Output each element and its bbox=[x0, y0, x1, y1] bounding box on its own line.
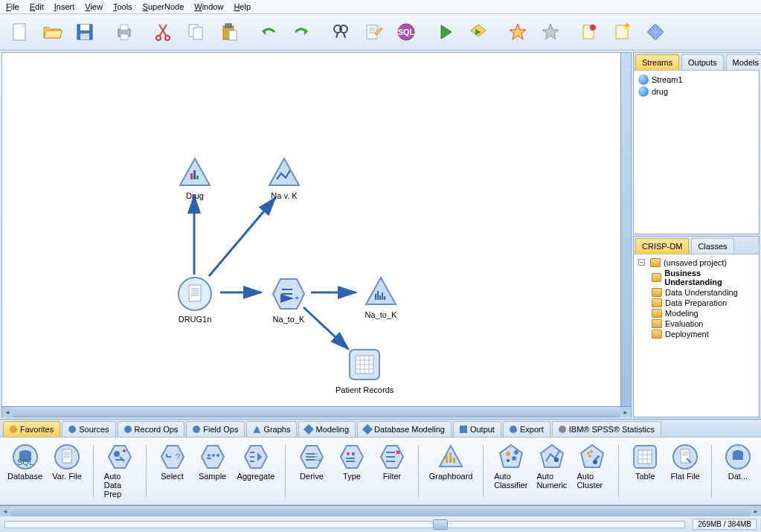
cut-button[interactable] bbox=[149, 17, 179, 47]
crispdm-item[interactable]: Data Preparation bbox=[637, 298, 756, 308]
menu-supernode[interactable]: SuperNode bbox=[143, 2, 184, 11]
palette-item-label: Auto Data Prep bbox=[104, 472, 135, 499]
favorite-button[interactable] bbox=[503, 17, 533, 47]
paste-button[interactable] bbox=[214, 17, 244, 47]
node-drug[interactable]: Drug bbox=[177, 157, 213, 200]
crispdm-item[interactable]: Modeling bbox=[637, 308, 756, 318]
star-gray-button[interactable] bbox=[536, 17, 565, 47]
stream-item[interactable]: Stream1 bbox=[637, 74, 756, 86]
svg-rect-34 bbox=[375, 294, 376, 300]
new-button[interactable] bbox=[4, 17, 34, 47]
palette-item-type[interactable]: Type bbox=[336, 443, 367, 499]
palette-item-sample[interactable]: Sample bbox=[197, 443, 228, 499]
canvas-hscroll[interactable]: ◄ ► bbox=[2, 406, 631, 417]
streams-tree[interactable]: Stream1 drug bbox=[634, 71, 759, 234]
ptab-modeling[interactable]: Modeling bbox=[298, 421, 356, 437]
tab-outputs[interactable]: Outputs bbox=[681, 54, 724, 70]
ptab-recordops[interactable]: Record Ops bbox=[118, 421, 185, 437]
run-button[interactable] bbox=[431, 17, 460, 47]
find-button[interactable] bbox=[326, 17, 356, 47]
ptab-graphs[interactable]: Graphs bbox=[246, 421, 297, 437]
svg-point-20 bbox=[590, 25, 596, 31]
tab-streams[interactable]: Streams bbox=[635, 54, 679, 70]
ptab-dbmodeling[interactable]: Database Modeling bbox=[357, 421, 452, 437]
save-button[interactable] bbox=[70, 17, 100, 47]
circle-icon bbox=[193, 426, 200, 433]
crispdm-item[interactable]: Evaluation bbox=[637, 318, 756, 329]
crispdm-tree[interactable]: −(unsaved project) Business Understandin… bbox=[634, 254, 759, 417]
palette-hscroll[interactable]: ◄ ► bbox=[0, 505, 761, 516]
sql-button[interactable]: SQL bbox=[391, 17, 421, 47]
svg-point-59 bbox=[506, 452, 510, 456]
open-button[interactable] bbox=[37, 17, 67, 47]
menu-view[interactable]: View bbox=[85, 2, 103, 11]
svg-rect-71 bbox=[638, 450, 652, 464]
palette-item-derive[interactable]: +Derive bbox=[296, 443, 327, 499]
main-toolbar: SQL bbox=[0, 14, 761, 51]
ptab-fieldops[interactable]: Field Ops bbox=[186, 421, 245, 437]
palette-item-auto-classifier[interactable]: Auto Classifier bbox=[494, 443, 527, 499]
svg-line-27 bbox=[304, 307, 348, 349]
palette-item-table[interactable]: Table bbox=[629, 443, 661, 499]
ptab-output[interactable]: Output bbox=[453, 421, 501, 437]
crispdm-panel: CRISP-DM Classes −(unsaved project) Busi… bbox=[633, 236, 760, 418]
print-button[interactable] bbox=[109, 17, 139, 47]
palette-item-var-file[interactable]: Var. File bbox=[51, 443, 83, 499]
palette-item-label: Type bbox=[343, 472, 361, 481]
diamond-button[interactable] bbox=[640, 17, 670, 47]
pin-button[interactable] bbox=[575, 17, 605, 47]
project-root[interactable]: −(unsaved project) bbox=[637, 257, 756, 268]
svg-point-68 bbox=[597, 455, 600, 458]
stream-item[interactable]: drug bbox=[637, 86, 756, 97]
menu-insert[interactable]: Insert bbox=[54, 2, 75, 11]
ptab-sources[interactable]: Sources bbox=[62, 421, 115, 437]
node-natok-hex[interactable]: + Na_to_K bbox=[270, 276, 307, 324]
canvas-area: Drug Na v. K DRUG1n + Na_to_K bbox=[1, 52, 632, 417]
ptab-favorites[interactable]: Favorites bbox=[3, 421, 60, 437]
crispdm-item[interactable]: Business Understanding bbox=[637, 268, 756, 287]
node-drug1n[interactable]: DRUG1n bbox=[177, 276, 213, 324]
palette-item-auto-data-prep[interactable]: Auto Data Prep bbox=[104, 443, 135, 499]
tab-crispdm[interactable]: CRISP-DM bbox=[635, 238, 689, 254]
palette-item-graphboard[interactable]: Graphboard bbox=[429, 443, 473, 499]
crispdm-item[interactable]: Data Understanding bbox=[637, 287, 756, 298]
palette-item-database[interactable]: SQLDatabase bbox=[7, 443, 42, 499]
palette-item-select[interactable]: ?Select bbox=[157, 443, 188, 499]
ptab-export[interactable]: Export bbox=[503, 421, 550, 437]
svg-point-64 bbox=[587, 452, 590, 455]
copy-button[interactable] bbox=[182, 17, 211, 47]
menu-help[interactable]: Help bbox=[234, 2, 251, 11]
menu-tools[interactable]: Tools bbox=[113, 2, 132, 11]
menu-edit[interactable]: Edit bbox=[30, 2, 44, 11]
note-button[interactable] bbox=[608, 17, 638, 47]
palette-item-icon bbox=[106, 443, 133, 470]
run-selection-button[interactable] bbox=[463, 17, 493, 47]
tab-classes[interactable]: Classes bbox=[691, 238, 733, 254]
undo-button[interactable] bbox=[254, 17, 283, 47]
canvas-vscroll[interactable] bbox=[620, 53, 631, 406]
svg-text:SQL: SQL bbox=[398, 28, 415, 36]
ptab-spss[interactable]: IBM® SPSS® Statistics bbox=[552, 421, 661, 437]
crispdm-item[interactable]: Deployment bbox=[637, 329, 756, 339]
node-natok-tri[interactable]: Na_to_K bbox=[363, 276, 399, 319]
menu-window[interactable]: Window bbox=[194, 2, 223, 11]
palette-item-auto-numeric[interactable]: Auto Numeric bbox=[536, 443, 568, 499]
folder-icon bbox=[652, 298, 662, 307]
node-patient-records[interactable]: Patient Records bbox=[335, 347, 394, 394]
palette-item-flat-file[interactable]: Flat File bbox=[670, 443, 701, 499]
redo-button[interactable] bbox=[286, 17, 316, 47]
node-navk[interactable]: Na v. K bbox=[266, 157, 302, 200]
diamond-icon bbox=[304, 424, 314, 435]
triangle-icon bbox=[253, 426, 260, 433]
palette-item-aggregate[interactable]: Aggregate bbox=[237, 443, 275, 499]
status-slider[interactable] bbox=[4, 521, 685, 528]
palette-item-filter[interactable]: Filter bbox=[376, 443, 408, 499]
tab-models[interactable]: Models bbox=[726, 54, 762, 70]
svg-point-54 bbox=[347, 452, 350, 455]
menu-file[interactable]: File bbox=[6, 2, 19, 11]
stream-canvas[interactable]: Drug Na v. K DRUG1n + Na_to_K bbox=[2, 53, 620, 406]
palette-item-label: Auto Numeric bbox=[536, 472, 568, 490]
palette-item-auto-cluster[interactable]: Auto Cluster bbox=[577, 443, 608, 499]
palette-item-dat-[interactable]: Dat... bbox=[722, 443, 754, 499]
edit-doc-button[interactable] bbox=[359, 17, 388, 47]
